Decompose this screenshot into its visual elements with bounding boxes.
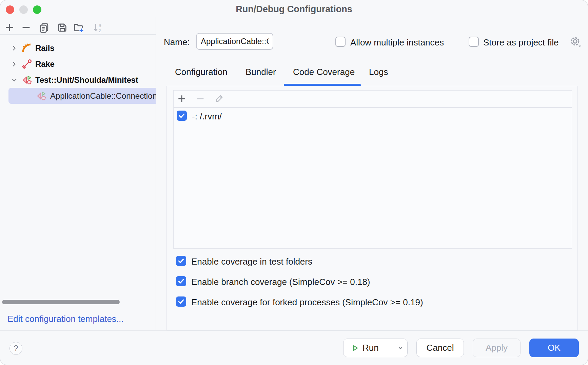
dropdown-triangle-icon [579,45,581,47]
rake-icon [22,59,32,69]
tree-item-applicationcable-connection-selected[interactable]: ApplicationCable::Connection [8,88,156,104]
pattern-checkbox[interactable] [177,111,187,121]
test-unit-icon [36,91,46,101]
question-mark-icon: ? [14,344,18,353]
checkmark-icon [178,112,186,120]
name-label: Name: [164,37,190,47]
tab-code-coverage[interactable]: Code Coverage [293,67,355,77]
sort-configurations-button[interactable]: a z [93,22,103,33]
edit-configuration-templates-link[interactable]: Edit configuration templates... [7,314,124,324]
copy-configuration-button[interactable] [39,22,50,33]
allow-multiple-instances-checkbox[interactable] [335,37,346,47]
plus-icon [4,22,15,33]
store-as-project-file-checkbox[interactable] [469,37,479,47]
allow-multiple-instances-label: Allow multiple instances [350,37,444,48]
svg-text:z: z [99,27,101,33]
help-button[interactable]: ? [9,342,22,355]
sidebar-toolbar-separator [0,34,156,35]
checkmark-icon [177,297,185,306]
add-pattern-button[interactable] [177,94,187,104]
tree-item-label: Rake [35,59,55,69]
tab-configuration[interactable]: Configuration [175,67,228,77]
enable-coverage-forked-processes-checkbox[interactable] [176,296,186,307]
tree-item-label: Test::Unit/Shoulda/Minitest [35,75,138,85]
minus-icon [195,94,205,104]
enable-coverage-forked-processes-label: Enable coverage for forked processes (Si… [191,297,423,308]
tree-item-test-unit[interactable]: Test::Unit/Shoulda/Minitest [0,72,156,88]
run-button[interactable]: Run [343,339,408,357]
tab-bundler[interactable]: Bundler [246,67,276,77]
rails-icon [22,43,32,53]
pattern-label: -: /.rvm/ [192,111,222,122]
run-split-divider [392,339,392,357]
tree-item-rails[interactable]: Rails [0,40,156,56]
checkmark-icon [177,257,185,265]
save-icon [57,22,67,33]
minus-icon [21,22,32,33]
remove-pattern-button[interactable] [195,94,205,104]
store-as-project-file-label: Store as project file [483,37,559,48]
new-folder-button[interactable] [73,22,84,33]
sort-alphabetically-icon: a z [93,22,103,33]
coverage-patterns-list [173,90,572,249]
new-folder-icon [73,22,84,33]
test-unit-icon [22,75,32,85]
store-options-gear-button[interactable] [569,36,582,48]
chevron-down-icon[interactable] [11,77,18,83]
apply-button[interactable]: Apply [473,339,521,357]
footer-separator [0,330,588,331]
sidebar-divider [156,17,156,330]
tree-item-label: ApplicationCable::Connection [50,91,156,101]
save-configuration-button[interactable] [57,22,67,33]
add-configuration-button[interactable] [4,22,15,33]
cancel-button[interactable]: Cancel [416,339,464,357]
chevron-right-icon[interactable] [11,61,18,68]
tree-item-label: Rails [35,43,54,53]
remove-configuration-button[interactable] [21,22,32,33]
ok-button[interactable]: OK [529,339,579,357]
copy-icon [39,22,50,33]
plus-icon [177,94,187,104]
chevron-down-icon [397,344,404,352]
configuration-name-input[interactable] [196,33,273,50]
enable-branch-coverage-checkbox[interactable] [176,276,186,286]
run-button-label: Run [362,343,379,353]
gear-icon [569,36,582,48]
window-title: Run/Debug Configurations [0,4,588,15]
enable-branch-coverage-label: Enable branch coverage (SimpleCov >= 0.1… [191,277,370,287]
pattern-toolbar-separator [174,107,572,108]
tab-logs[interactable]: Logs [369,67,388,77]
edit-pattern-button[interactable] [214,94,224,104]
run-debug-configurations-dialog: Run/Debug Configurations a z [0,0,588,365]
run-options-chevron-button[interactable] [393,339,408,357]
checkmark-icon [177,277,185,285]
tree-item-rake[interactable]: Rake [0,56,156,72]
pencil-icon [214,94,224,104]
chevron-right-icon[interactable] [11,45,18,52]
enable-coverage-in-test-folders-label: Enable coverage in test folders [191,256,312,267]
sidebar-horizontal-scrollbar[interactable] [2,300,120,304]
enable-coverage-in-test-folders-checkbox[interactable] [176,256,186,266]
play-icon [351,344,359,352]
